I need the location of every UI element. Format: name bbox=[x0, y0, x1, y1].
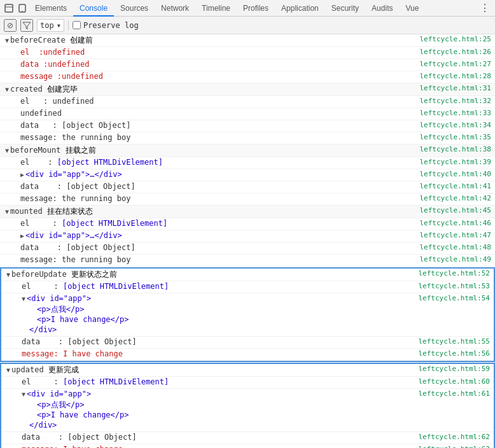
log-mounted-el: el : [object HTMLDivElement] leftcycle.h… bbox=[0, 218, 495, 230]
log-sub-p1: <p>点我</p> bbox=[37, 400, 85, 410]
file-link[interactable]: leftcycle.html:59 bbox=[415, 364, 494, 374]
chevron-down-icon: ▾ bbox=[57, 21, 61, 30]
expand-icon[interactable] bbox=[5, 147, 9, 154]
file-link[interactable]: leftcycle.html:25 bbox=[417, 34, 495, 44]
tab-console[interactable]: Console bbox=[73, 0, 114, 17]
file-link[interactable]: leftcycle.html:40 bbox=[417, 169, 495, 179]
section-label: beforeCreate 创建前 bbox=[10, 35, 93, 46]
file-link[interactable]: leftcycle.html:45 bbox=[417, 206, 495, 215]
log-entry-updated: updated 更新完成 leftcycle.html:59 bbox=[1, 364, 494, 377]
file-link[interactable]: leftcycle.html:31 bbox=[417, 83, 495, 93]
tab-sources[interactable]: Sources bbox=[114, 0, 155, 17]
file-link[interactable]: leftcycle.html:52 bbox=[415, 269, 494, 278]
preserve-log-checkbox[interactable] bbox=[73, 21, 81, 29]
log-beforeUpdate-el: el : [object HTMLDivElement] leftcycle.h… bbox=[1, 281, 494, 293]
log-text: el : [object HTMLDivElement] bbox=[20, 219, 167, 228]
expand-icon[interactable] bbox=[20, 232, 24, 239]
log-text: undefined bbox=[20, 109, 62, 118]
file-link[interactable]: leftcycle.html:33 bbox=[417, 108, 495, 118]
log-beforeMount-data: data : [object Object] leftcycle.html:41 bbox=[0, 181, 495, 193]
log-beforeMount-div: <div id="app">…</div> leftcycle.html:40 bbox=[0, 169, 495, 181]
log-created-data: data : [object Object] leftcycle.html:34 bbox=[0, 120, 495, 132]
file-link[interactable]: leftcycle.html:41 bbox=[417, 181, 495, 191]
expand-icon[interactable] bbox=[20, 171, 24, 178]
tab-vue[interactable]: Vue bbox=[399, 0, 425, 17]
log-created-el: el : undefined leftcycle.html:32 bbox=[0, 96, 495, 108]
expand-icon[interactable] bbox=[5, 208, 9, 215]
file-link[interactable]: leftcycle.html:63 bbox=[415, 444, 494, 448]
file-link[interactable]: leftcycle.html:61 bbox=[415, 389, 494, 398]
file-link[interactable]: leftcycle.html:27 bbox=[417, 59, 495, 69]
file-link[interactable]: leftcycle.html:47 bbox=[417, 230, 495, 240]
tab-profiles[interactable]: Profiles bbox=[237, 0, 275, 17]
console-output: beforeCreate 创建前 leftcycle.html:25 el :u… bbox=[0, 34, 495, 448]
log-sub-p2: <p>I have change</p> bbox=[37, 410, 129, 419]
log-text: <div id="app"> bbox=[27, 294, 91, 303]
tab-audits[interactable]: Audits bbox=[365, 0, 399, 17]
expand-icon[interactable] bbox=[5, 37, 9, 44]
log-text: message: the running boy bbox=[20, 194, 130, 203]
section-label: created 创建完毕 bbox=[10, 84, 78, 95]
more-menu-button[interactable]: ⋮ bbox=[477, 1, 492, 16]
log-text: el :undefined bbox=[20, 48, 85, 57]
log-text: data : [object Object] bbox=[20, 243, 136, 252]
file-link[interactable]: leftcycle.html:39 bbox=[417, 157, 495, 167]
log-beforeMount-el: el : [object HTMLDivElement] leftcycle.h… bbox=[0, 157, 495, 169]
file-link[interactable]: leftcycle.html:34 bbox=[417, 120, 495, 130]
expand-icon[interactable] bbox=[5, 86, 9, 93]
file-link[interactable]: leftcycle.html:55 bbox=[415, 337, 494, 346]
file-link[interactable]: leftcycle.html:32 bbox=[417, 96, 495, 106]
log-text: el : [object HTMLDivElement] bbox=[22, 282, 169, 291]
file-link[interactable]: leftcycle.html:35 bbox=[417, 132, 495, 142]
svg-point-3 bbox=[22, 10, 22, 11]
svg-rect-0 bbox=[5, 4, 13, 12]
log-updated-div-expanded: <div id="app"> <p>点我</p> <p>I have chang… bbox=[1, 389, 494, 432]
log-sub-p2: <p>I have change</p> bbox=[37, 315, 129, 324]
file-link[interactable]: leftcycle.html:48 bbox=[417, 242, 495, 252]
section-label: beforeMount 挂载之前 bbox=[10, 145, 96, 156]
preserve-log-text: Preserve log bbox=[83, 21, 139, 30]
log-text: data : [object Object] bbox=[20, 121, 130, 130]
file-link[interactable]: leftcycle.html:28 bbox=[417, 71, 495, 81]
file-link[interactable]: leftcycle.html:62 bbox=[415, 432, 494, 442]
expand-icon[interactable] bbox=[6, 367, 10, 374]
log-text: data : [object Object] bbox=[20, 182, 136, 191]
log-beforeUpdate-data: data : [object Object] leftcycle.html:55 bbox=[1, 337, 494, 349]
file-link[interactable]: leftcycle.html:60 bbox=[415, 377, 494, 386]
file-link[interactable]: leftcycle.html:26 bbox=[417, 47, 495, 57]
file-link[interactable]: leftcycle.html:42 bbox=[417, 193, 495, 203]
filter-button[interactable] bbox=[20, 19, 33, 32]
file-link[interactable]: leftcycle.html:38 bbox=[417, 144, 495, 154]
expand-icon[interactable] bbox=[6, 271, 10, 278]
file-link[interactable]: leftcycle.html:53 bbox=[415, 281, 494, 291]
file-link[interactable]: leftcycle.html:46 bbox=[417, 218, 495, 228]
divider bbox=[68, 20, 69, 31]
file-link[interactable]: leftcycle.html:56 bbox=[415, 349, 494, 358]
context-dropdown[interactable]: top ▾ bbox=[37, 19, 64, 32]
log-sub-close: </div> bbox=[29, 421, 57, 430]
tab-timeline[interactable]: Timeline bbox=[195, 0, 237, 17]
mobile-icon[interactable] bbox=[16, 2, 29, 15]
tab-network[interactable]: Network bbox=[155, 0, 195, 17]
tab-application[interactable]: Application bbox=[275, 0, 325, 17]
log-mounted-message: message: the running boy leftcycle.html:… bbox=[0, 255, 495, 267]
log-text: message: the running boy bbox=[20, 133, 130, 142]
file-link[interactable]: leftcycle.html:49 bbox=[417, 255, 495, 264]
expand-icon[interactable] bbox=[22, 295, 25, 302]
tab-elements[interactable]: Elements bbox=[29, 0, 73, 17]
log-text: data : [object Object] bbox=[22, 337, 137, 346]
context-label: top bbox=[40, 21, 54, 30]
expand-icon[interactable] bbox=[22, 391, 25, 398]
svg-marker-4 bbox=[23, 22, 31, 29]
log-mounted-data: data : [object Object] leftcycle.html:48 bbox=[0, 242, 495, 255]
section-label: mounted 挂在结束状态 bbox=[10, 206, 93, 217]
devtools-icon[interactable] bbox=[3, 2, 15, 15]
log-text: data : [object Object] bbox=[22, 433, 137, 442]
log-text: message: the running boy bbox=[20, 255, 130, 264]
preserve-log-label[interactable]: Preserve log bbox=[73, 21, 139, 30]
file-link[interactable]: leftcycle.html:54 bbox=[415, 293, 494, 303]
log-row-message-undefined: message :undefined leftcycle.html:28 bbox=[0, 71, 495, 83]
clear-console-button[interactable]: ⊘ bbox=[4, 19, 17, 32]
tab-security[interactable]: Security bbox=[325, 0, 365, 17]
log-mounted-div: <div id="app">…</div> leftcycle.html:47 bbox=[0, 230, 495, 242]
